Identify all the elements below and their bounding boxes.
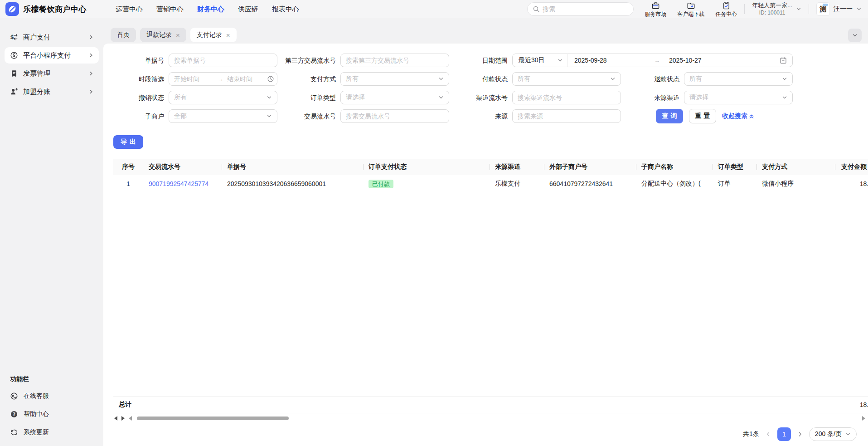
sidebar-item-help-center[interactable]: ? 帮助中心	[0, 405, 103, 423]
pay-status-select[interactable]: 所有	[512, 72, 621, 86]
channel-txn-input[interactable]	[512, 91, 621, 104]
date-preset-select[interactable]: 最近30日	[513, 54, 568, 67]
time-range-picker[interactable]: →	[169, 72, 277, 86]
end-time-input[interactable]	[227, 75, 267, 83]
filter-label: 时段筛选	[113, 75, 164, 83]
miniprogram-pay-icon	[10, 51, 18, 59]
chevron-down-icon	[845, 431, 851, 437]
cell-order-type: 订单	[713, 180, 756, 188]
clock-icon[interactable]	[267, 75, 274, 83]
third-party-txn-input[interactable]	[340, 54, 449, 67]
top-navbar: 乐檬餐饮商户中心 运营中心 营销中心 财务中心 供应链 报表中心 服务市场	[0, 0, 868, 18]
pagination-bar: 共1条 1 200 条/页	[103, 422, 868, 446]
filter-label: 第三方交易流水号	[285, 57, 336, 64]
export-button[interactable]: 导出	[113, 135, 143, 149]
scroll-right-button[interactable]	[121, 416, 125, 421]
sidebar-footer-label: 系统更新	[24, 428, 49, 436]
scrollbar-right-arrow[interactable]	[862, 416, 865, 421]
scroll-left-button[interactable]	[114, 416, 117, 421]
source-channel-select[interactable]: 请选择	[684, 91, 793, 104]
scrollbar-left-arrow[interactable]	[129, 416, 132, 421]
avatar: 测	[816, 2, 830, 16]
start-date-input[interactable]	[568, 57, 636, 64]
cancel-status-select[interactable]: 所有	[169, 91, 277, 104]
sidebar-item-online-support[interactable]: 在线客服	[0, 387, 103, 405]
page-size-value: 200 条/页	[815, 430, 842, 438]
chevron-right-icon	[89, 35, 93, 39]
quick-link-service-market[interactable]: 服务市场	[645, 1, 666, 17]
filter-label: 来源	[457, 113, 508, 120]
channel-txn-field[interactable]	[518, 94, 616, 101]
sidebar-item-platform-miniprogram-pay[interactable]: 平台小程序支付	[5, 47, 99, 64]
cell-sub-merchant-name: 分配送中心（勿改）(	[636, 180, 713, 188]
store-switcher[interactable]: 年轻人第一家... ID: 100011	[752, 2, 801, 16]
reset-button[interactable]: 重置	[689, 109, 716, 123]
third-party-txn-field[interactable]	[346, 57, 444, 64]
txn-id-link[interactable]: 90071992547425774	[149, 180, 209, 187]
select-value: 请选择	[689, 93, 782, 102]
sidebar-item-system-update[interactable]: 系统更新	[0, 423, 103, 441]
search-input[interactable]	[543, 5, 628, 13]
doc-no-input[interactable]	[169, 54, 277, 67]
column-header-sub-merchant-name: 子商户名称	[636, 159, 713, 175]
end-date-input[interactable]	[663, 57, 731, 64]
headset-icon	[10, 392, 18, 400]
column-header-source-channel: 来源渠道	[490, 159, 544, 175]
select-value: 所有	[346, 75, 438, 83]
scrollbar-thumb[interactable]	[137, 417, 289, 420]
select-value: 请选择	[346, 93, 438, 102]
help-icon: ?	[10, 410, 18, 418]
scrollbar-track[interactable]	[136, 416, 858, 421]
refund-status-select[interactable]: 所有	[684, 72, 793, 86]
source-input[interactable]	[512, 109, 621, 123]
sidebar-footer-label: 在线客服	[24, 392, 49, 400]
nav-operations[interactable]: 运营中心	[116, 5, 143, 14]
page-size-select[interactable]: 200 条/页	[809, 427, 857, 441]
start-time-input[interactable]	[174, 75, 214, 83]
tab-home[interactable]: 首页	[111, 28, 136, 42]
cell-pay-method: 微信小程序	[756, 180, 835, 188]
chevron-down-icon	[856, 6, 862, 12]
query-button[interactable]: 查询	[656, 109, 683, 123]
calendar-icon[interactable]	[780, 57, 787, 64]
current-page-button[interactable]: 1	[777, 427, 791, 441]
nav-reports[interactable]: 报表中心	[272, 5, 299, 14]
order-type-select[interactable]: 请选择	[340, 91, 449, 104]
sidebar-item-merchant-pay[interactable]: $ 商户支付	[5, 29, 99, 45]
tab-payment-records[interactable]: 支付记录 ×	[190, 28, 237, 42]
sidebar-spacer	[0, 101, 103, 372]
source-field[interactable]	[518, 113, 616, 120]
navbar-divider	[744, 4, 745, 14]
filter-label: 付款状态	[457, 75, 508, 83]
horizontal-scrollbar	[114, 414, 865, 422]
tab-refund-records[interactable]: 退款记录 ×	[140, 28, 186, 42]
tab-bar: 首页 退款记录 × 支付记录 ×	[103, 18, 868, 44]
close-icon[interactable]: ×	[226, 32, 230, 39]
chevron-right-icon	[89, 53, 93, 58]
global-search[interactable]	[527, 2, 634, 16]
pay-method-select[interactable]: 所有	[340, 72, 449, 86]
payment-exchange-icon: $	[10, 33, 18, 41]
sidebar-item-franchise-split[interactable]: 加盟分账	[5, 83, 99, 100]
filter-label: 退款状态	[629, 75, 679, 83]
quick-link-task-center[interactable]: 任务中心	[715, 1, 737, 17]
nav-finance[interactable]: 财务中心	[197, 5, 224, 14]
quick-link-client-download[interactable]: 客户端下载	[677, 1, 704, 17]
app-window: 乐檬餐饮商户中心 运营中心 营销中心 财务中心 供应链 报表中心 服务市场	[0, 0, 868, 446]
prev-page-button[interactable]	[765, 431, 771, 437]
chevron-down-icon	[558, 58, 563, 63]
doc-no-field[interactable]	[174, 57, 272, 64]
sidebar-item-invoice-management[interactable]: 发票管理	[5, 65, 99, 82]
nav-supply-chain[interactable]: 供应链	[238, 5, 258, 14]
next-page-button[interactable]	[797, 431, 803, 437]
collapse-search-link[interactable]: 收起搜索	[722, 112, 754, 120]
nav-marketing[interactable]: 营销中心	[156, 5, 184, 14]
txn-no-input[interactable]	[340, 109, 449, 123]
user-menu[interactable]: 测 汪一一	[816, 2, 862, 16]
close-icon[interactable]: ×	[176, 32, 180, 39]
sub-merchant-select[interactable]: 全部	[169, 109, 277, 123]
sidebar-footer: 功能栏 在线客服 ? 帮助中心 系统更新	[0, 372, 103, 441]
date-range-picker[interactable]: 最近30日 →	[512, 54, 793, 67]
txn-no-field[interactable]	[346, 113, 444, 120]
tab-overflow-button[interactable]	[848, 29, 862, 42]
